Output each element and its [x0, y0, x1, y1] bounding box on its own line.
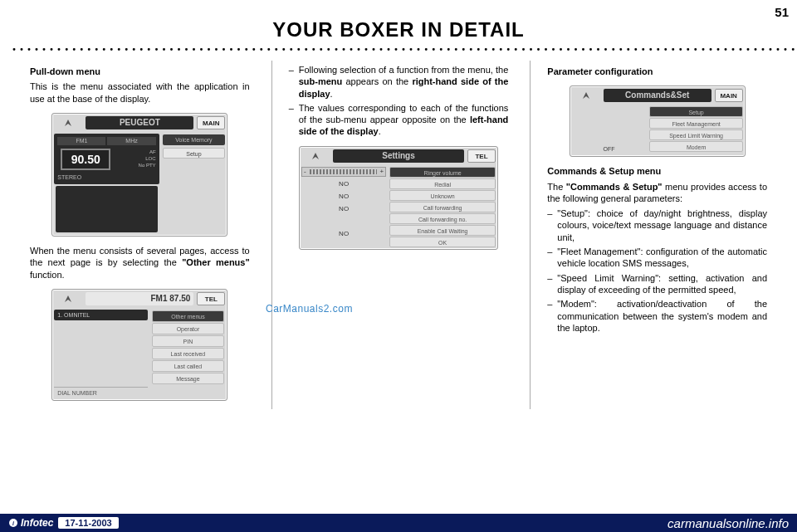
setup-bullet: "Setup": choice of day/night brightness,… — [547, 207, 767, 243]
infotec-logo: i Infotec — [8, 517, 53, 529]
mhz-label: MHz — [107, 137, 155, 145]
site-link[interactable]: carmanualsonline.info — [667, 516, 789, 530]
peugeot-lion-icon — [301, 149, 330, 163]
screen-settings: Settings TEL -+ NO NO NO NO — [299, 146, 498, 250]
voice-memory-button[interactable]: Voice Memory — [163, 134, 226, 145]
volume-slider[interactable]: -+ — [301, 167, 386, 177]
operator-button[interactable]: Operator — [152, 323, 225, 334]
redial-value: NO — [301, 178, 386, 189]
screen-commands: Commands&Set MAIN OFF Setup Fleet Manage… — [570, 85, 746, 157]
screen-title: PEUGEOT — [86, 116, 193, 129]
unknown-button[interactable]: Unknown — [389, 190, 496, 201]
param-config-heading: Parameter configuration — [547, 66, 767, 77]
peugeot-lion-icon — [54, 116, 82, 129]
commands-title: Commands&Set — [604, 89, 711, 102]
tel-button[interactable]: TEL — [197, 292, 225, 305]
other-menus-text: When the menu consists of several pages,… — [30, 245, 250, 281]
fleet-bullet: "Fleet Management": configuration of the… — [547, 246, 767, 270]
other-menus-button[interactable]: Other menus — [152, 310, 225, 322]
fleet-mgmt-button[interactable]: Fleet Management — [649, 118, 742, 129]
call-forwarding-button[interactable]: Call forwarding — [389, 202, 496, 212]
dial-number-label: DIAL NUMBER — [54, 387, 147, 398]
ok-button[interactable]: OK — [389, 237, 496, 247]
fm1-label: FM1 — [57, 137, 105, 145]
last-called-button[interactable]: Last called — [152, 360, 225, 372]
pin-button[interactable]: PIN — [152, 335, 225, 347]
main-button[interactable]: MAIN — [715, 89, 743, 102]
nopty-label: No PTY — [114, 163, 155, 169]
cw-value: NO — [301, 228, 386, 239]
page-number: 51 — [775, 5, 789, 19]
blank-panel — [56, 186, 157, 232]
omnitel-item[interactable]: 1. OMNITEL — [54, 310, 147, 320]
call-forwarding-no-button[interactable]: Call forwarding no. — [389, 213, 496, 224]
fm-mini-label: FM1 87.50 — [86, 292, 193, 305]
setup-cmd-button[interactable]: Setup — [649, 106, 742, 117]
af-label: AF — [114, 149, 155, 156]
last-received-button[interactable]: Last received — [152, 348, 225, 359]
pulldown-desc: This is the menu associated with the app… — [30, 81, 250, 105]
footer-bar: i Infotec 17-11-2003 carmanualsonline.in… — [0, 514, 797, 532]
separator-dots: ••••••••••••••••••••••••••••••••••••••••… — [0, 45, 797, 54]
callfwdno-value — [301, 216, 386, 227]
tel-button[interactable]: TEL — [467, 149, 496, 163]
message-button[interactable]: Message — [152, 373, 225, 384]
commands-setup-heading: Commands & Setup menu — [547, 165, 767, 177]
watermark-text: CarManuals2.com — [266, 303, 353, 315]
setup-button[interactable]: Setup — [163, 148, 226, 159]
callfwd-value: NO — [301, 203, 386, 214]
frequency-value: 90.50 — [61, 149, 110, 170]
modem-bullet: "Modem": activation/deactivation of the … — [547, 298, 767, 334]
loc-label: LOC — [114, 156, 155, 163]
ringer-volume-button[interactable]: Ringer volume — [389, 167, 496, 178]
peugeot-lion-icon — [572, 89, 600, 102]
main-button[interactable]: MAIN — [197, 116, 225, 129]
submenu-bullet-1: Following selection of a function from t… — [289, 64, 509, 100]
speed-limit-button[interactable]: Speed Limit Warning — [649, 129, 742, 140]
page-title: YOUR BOXER IN DETAIL — [0, 0, 797, 45]
modem-value: OFF — [572, 144, 647, 154]
column-3: Parameter configuration Commands&Set MAI… — [530, 61, 767, 409]
speed-bullet: "Speed Limit Warning": setting, activati… — [547, 272, 767, 296]
modem-button[interactable]: Modem — [649, 141, 742, 152]
submenu-bullet-2: The values corresponding to each of the … — [289, 102, 509, 138]
main-columns: Pull-down menu This is the menu associat… — [0, 54, 797, 409]
peugeot-lion-icon — [54, 292, 82, 305]
date-badge: 17-11-2003 — [58, 517, 118, 529]
enable-call-waiting-button[interactable]: Enable Call Waiting — [389, 225, 496, 236]
settings-title: Settings — [333, 149, 464, 163]
pulldown-heading: Pull-down menu — [30, 66, 250, 77]
screen-tel: FM1 87.50 TEL 1. OMNITEL DIAL NUMBER Oth… — [51, 289, 227, 401]
column-1: Pull-down menu This is the menu associat… — [30, 61, 250, 409]
column-2: Following selection of a function from t… — [271, 61, 509, 409]
redial-button[interactable]: Redial — [389, 178, 496, 189]
unknown-value: NO — [301, 191, 386, 202]
screen-radio: PEUGEOT MAIN FM1 MHz 90.50 — [51, 113, 227, 237]
commands-setup-desc: The "Commands & Setup" menu provides acc… — [547, 181, 767, 205]
stereo-label: STEREO — [57, 173, 155, 181]
